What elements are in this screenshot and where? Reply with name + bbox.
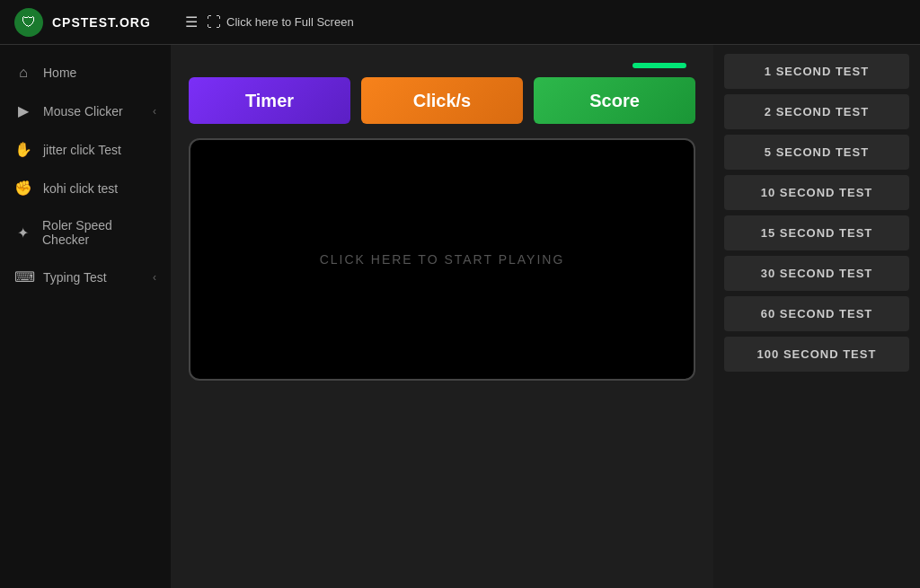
content-area: Timer Click/s Score CLICK HERE TO START … (171, 45, 713, 588)
fullscreen-button[interactable]: ⛶ Click here to Full Screen (207, 14, 354, 31)
kohi-icon: ✊ (14, 180, 32, 197)
sidebar-item-home[interactable]: ⌂ Home (0, 54, 171, 92)
test-button-10sec[interactable]: 10 SECOND TEST (724, 175, 909, 210)
right-panel: 1 SECOND TEST2 SECOND TEST5 SECOND TEST1… (713, 45, 920, 588)
typing-icon: ⌨ (14, 268, 32, 285)
stat-boxes: Timer Click/s Score (189, 77, 695, 124)
test-button-15sec[interactable]: 15 SECOND TEST (724, 215, 909, 250)
test-button-60sec[interactable]: 60 SECOND TEST (724, 296, 909, 331)
progress-bar-container (189, 63, 695, 68)
test-button-100sec[interactable]: 100 SECOND TEST (724, 337, 909, 372)
fullscreen-icon: ⛶ (207, 14, 221, 31)
roller-icon: ✦ (14, 224, 31, 241)
clicks-box[interactable]: Click/s (361, 77, 523, 124)
sidebar-label-roller: Roler Speed Checker (42, 218, 156, 247)
sidebar-item-typing-test[interactable]: ⌨ Typing Test ‹ (0, 258, 171, 296)
main-layout: ⌂ Home ▶ Mouse Clicker ‹ ✋ jitter click … (0, 45, 920, 588)
logo-area: 🛡 CPSTEST.ORG (14, 8, 185, 37)
hamburger-icon[interactable]: ☰ (185, 13, 198, 31)
sidebar-label-kohi: kohi click test (43, 181, 118, 196)
progress-bar (632, 63, 686, 68)
sidebar-item-kohi-click[interactable]: ✊ kohi click test (0, 169, 171, 207)
fullscreen-label: Click here to Full Screen (226, 15, 354, 29)
sidebar-item-mouse-clicker[interactable]: ▶ Mouse Clicker ‹ (0, 92, 171, 130)
jitter-icon: ✋ (14, 141, 32, 158)
logo-text: CPSTEST.ORG (52, 15, 151, 30)
sidebar-item-jitter-click[interactable]: ✋ jitter click Test (0, 130, 171, 169)
sidebar-label-home: Home (43, 66, 76, 80)
game-prompt: CLICK HERE TO START PLAYING (320, 252, 565, 267)
mouse-icon: ▶ (14, 102, 32, 119)
test-button-5sec[interactable]: 5 SECOND TEST (724, 135, 909, 170)
top-bar: 🛡 CPSTEST.ORG ☰ ⛶ Click here to Full Scr… (0, 0, 920, 45)
test-button-1sec[interactable]: 1 SECOND TEST (724, 54, 909, 89)
chevron-typing-icon: ‹ (153, 271, 156, 284)
home-icon: ⌂ (14, 65, 32, 81)
header-actions: ☰ ⛶ Click here to Full Screen (185, 13, 354, 31)
score-label: Score (589, 91, 640, 111)
chevron-icon: ‹ (153, 105, 156, 118)
sidebar: ⌂ Home ▶ Mouse Clicker ‹ ✋ jitter click … (0, 45, 171, 588)
timer-box[interactable]: Timer (189, 77, 350, 124)
sidebar-label-jitter: jitter click Test (43, 143, 121, 157)
sidebar-label-mouse-clicker: Mouse Clicker (43, 104, 123, 118)
sidebar-label-typing: Typing Test (43, 270, 107, 285)
clicks-label: Click/s (413, 91, 471, 111)
test-button-2sec[interactable]: 2 SECOND TEST (724, 94, 909, 129)
score-box[interactable]: Score (534, 77, 695, 124)
logo-icon: 🛡 (14, 8, 43, 37)
timer-label: Timer (245, 91, 294, 111)
game-area[interactable]: CLICK HERE TO START PLAYING (189, 138, 695, 381)
sidebar-item-roller-speed[interactable]: ✦ Roler Speed Checker (0, 207, 171, 258)
test-button-30sec[interactable]: 30 SECOND TEST (724, 256, 909, 291)
